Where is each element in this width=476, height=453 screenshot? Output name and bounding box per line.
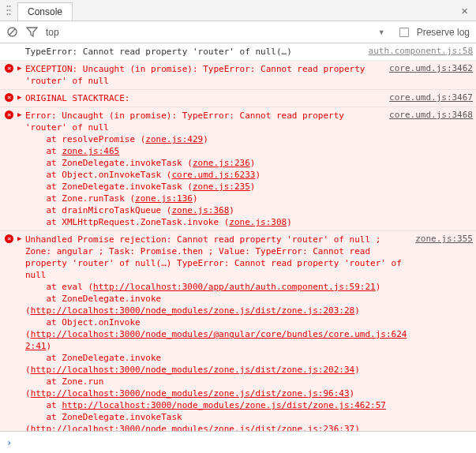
error-icon: ×	[5, 110, 13, 119]
log-message: EXCEPTION: Uncaught (in promise): TypeEr…	[25, 63, 384, 87]
console-prompt: ›	[0, 431, 476, 453]
chevron-down-icon[interactable]: ▼	[378, 28, 385, 36]
log-message: Unhandled Promise rejection: Cannot read…	[25, 234, 410, 431]
source-link[interactable]: zone.js:136	[135, 193, 193, 204]
console-input[interactable]	[17, 437, 470, 447]
disclosure-triangle-icon	[17, 46, 25, 58]
error-icon: ×	[5, 234, 13, 243]
log-gutter: ×	[5, 234, 17, 431]
log-gutter: ×	[5, 63, 17, 87]
source-link[interactable]: zone.js:235	[193, 182, 250, 192]
disclosure-triangle-icon[interactable]: ▶	[17, 234, 25, 431]
log-row: TypeError: Cannot read property 'router'…	[0, 43, 476, 61]
disclosure-triangle-icon[interactable]: ▶	[17, 63, 25, 87]
log-row: ×▶Unhandled Promise rejection: Cannot re…	[0, 231, 476, 431]
log-source-link[interactable]: zone.js:355	[410, 234, 473, 431]
source-link[interactable]: zone.js:308	[229, 217, 287, 227]
log-message: TypeError: Cannot read property 'router'…	[25, 46, 364, 58]
log-row: ×▶Error: Uncaught (in promise): TypeErro…	[0, 107, 476, 231]
log-gutter: ×	[5, 110, 17, 228]
source-link[interactable]: http://localhost:3000/node_modules/zone.…	[31, 305, 355, 316]
svg-line-7	[9, 29, 16, 36]
console-log-area[interactable]: TypeError: Cannot read property 'router'…	[0, 43, 476, 431]
error-icon: ×	[5, 93, 13, 102]
source-link[interactable]: http://localhost:3000/app/auth/auth.comp…	[93, 282, 376, 292]
error-icon: ×	[5, 64, 13, 73]
log-source-link[interactable]: core.umd.js:3468	[384, 110, 473, 228]
source-link[interactable]: http://localhost:3000/node_modules/zone.…	[31, 365, 355, 375]
svg-point-2	[7, 9, 9, 11]
log-source-link[interactable]: core.umd.js:3462	[384, 63, 473, 87]
tab-console[interactable]: Console	[17, 2, 73, 21]
source-link[interactable]: http://localhost:3000/node_modules/zone.…	[31, 388, 350, 399]
source-link[interactable]: zone.js:465	[62, 146, 119, 156]
disclosure-triangle-icon[interactable]: ▶	[17, 92, 25, 104]
log-message: Error: Uncaught (in promise): TypeError:…	[25, 110, 384, 228]
log-gutter	[5, 46, 17, 58]
svg-point-3	[9, 9, 11, 11]
svg-point-4	[7, 13, 9, 15]
context-selector[interactable]: top	[46, 27, 59, 38]
close-icon[interactable]: ×	[453, 4, 476, 17]
log-source-link[interactable]: auth.component.js:58	[364, 46, 473, 58]
preserve-log-label[interactable]: Preserve log	[417, 27, 470, 38]
disclosure-triangle-icon[interactable]: ▶	[17, 110, 25, 228]
svg-point-0	[7, 6, 9, 7]
console-toolbar: top ▼ Preserve log	[0, 21, 476, 43]
source-link[interactable]: http://localhost:3000/node_modules/@angu…	[25, 329, 407, 351]
source-link[interactable]: http://localhost:3000/node_modules/zone.…	[62, 400, 386, 410]
log-message: ORIGINAL STACKTRACE:	[25, 92, 384, 104]
clear-console-icon[interactable]	[6, 26, 18, 38]
source-link[interactable]: zone.js:429	[145, 134, 203, 144]
svg-point-5	[9, 13, 11, 15]
source-link[interactable]: zone.js:368	[171, 205, 229, 215]
drag-handle-icon[interactable]	[0, 5, 17, 16]
log-source-link[interactable]: core.umd.js:3467	[384, 92, 473, 104]
source-link[interactable]: core.umd.js:6233	[171, 170, 255, 180]
source-link[interactable]: zone.js:236	[193, 158, 250, 168]
source-link[interactable]: http://localhost:3000/node_modules/zone.…	[31, 424, 355, 431]
preserve-log-checkbox[interactable]	[399, 28, 409, 37]
log-gutter: ×	[5, 92, 17, 104]
svg-point-1	[9, 6, 11, 7]
log-row: ×▶ORIGINAL STACKTRACE:core.umd.js:3467	[0, 90, 476, 107]
devtools-header: Console ×	[0, 0, 476, 21]
prompt-caret-icon: ›	[6, 437, 12, 448]
filter-icon[interactable]	[26, 26, 38, 38]
log-row: ×▶EXCEPTION: Uncaught (in promise): Type…	[0, 61, 476, 90]
